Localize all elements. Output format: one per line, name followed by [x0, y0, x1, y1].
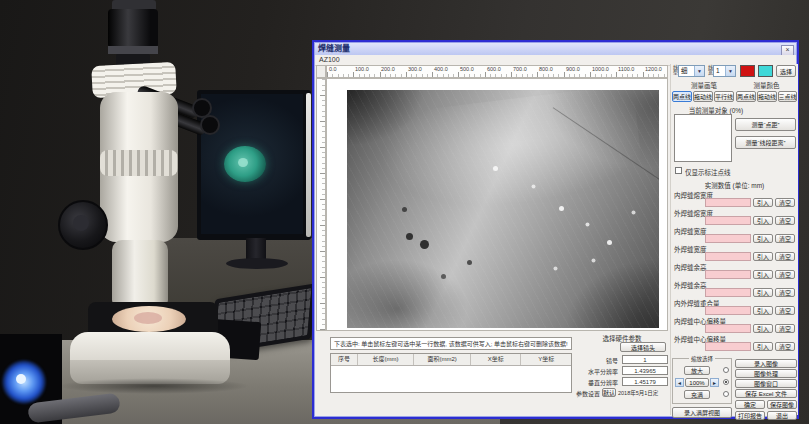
hw-row-vres: 垂直分辨率 1.45179 [576, 377, 668, 386]
col-y: Y坐标 [521, 354, 571, 365]
specimen-highlight [238, 158, 248, 167]
row-3-enter-button[interactable]: 引入 [753, 252, 773, 261]
color-section-label: 测量颜色 [735, 80, 798, 90]
param-label: 参数设置 [576, 389, 600, 398]
zoom-radio-3[interactable] [723, 391, 729, 397]
row-1-enter-button[interactable]: 引入 [753, 216, 773, 225]
microscope-lower-column [112, 240, 168, 310]
mode-parallel-line-button[interactable]: 平行线 [714, 91, 734, 102]
row-1-clear-button[interactable]: 清空 [775, 216, 795, 225]
line-type-value: 细 [679, 66, 694, 76]
vertical-ruler [316, 78, 326, 331]
ruler-label: 300.0 [408, 66, 422, 72]
col-area: 面积(mm2) [414, 354, 471, 365]
row-6-clear-button[interactable]: 清空 [775, 306, 795, 315]
save-image-button[interactable]: 保存图像 [767, 400, 797, 409]
row-7-clear-button[interactable]: 清空 [775, 324, 795, 333]
measurement-table[interactable]: 序号 长度(mm) 面积(mm2) X坐标 Y坐标 [330, 353, 572, 393]
spin-right-icon[interactable]: ► [710, 378, 719, 387]
line-type-select[interactable]: 细 ▼ [678, 65, 705, 77]
ruler-corner-box [316, 65, 326, 78]
mode-drag-line-button[interactable]: 拖动线 [693, 91, 713, 102]
ruler-label: 800.0 [539, 66, 553, 72]
row-2-clear-button[interactable]: 清空 [775, 234, 795, 243]
zoom-percent-value: 100% [685, 378, 709, 387]
field-row-8-input[interactable] [705, 342, 751, 351]
chevron-down-icon[interactable]: ▼ [725, 66, 735, 76]
field-row-2-input[interactable] [705, 234, 751, 243]
row-3-clear-button[interactable]: 清空 [775, 252, 795, 261]
mode2-three-point-line-button[interactable]: 三点线 [778, 91, 797, 102]
row-0-clear-button[interactable]: 清空 [775, 198, 795, 207]
row-4-clear-button[interactable]: 清空 [775, 270, 795, 279]
ruler-label: 1000.0 [592, 66, 609, 72]
title-bar[interactable]: 焊缝测量 × [315, 43, 796, 55]
row-label-2: 内焊缝宽度 [674, 226, 707, 236]
mode2-two-point-line-button[interactable]: 两点线 [736, 91, 756, 102]
row-label-5: 外焊缝余高 [674, 280, 707, 290]
zoom-radio-2[interactable] [723, 379, 729, 385]
table-header-row: 序号 长度(mm) 面积(mm2) X坐标 Y坐标 [331, 354, 571, 366]
row-label-4: 内焊缝余高 [674, 262, 707, 272]
row-7-enter-button[interactable]: 引入 [753, 324, 773, 333]
table-hint-text: 下表选中: 单击鼠标左键可选中某一行数据, 该数据可供写入; 单击鼠标右键可删除… [330, 337, 572, 350]
field-row-5-input[interactable] [705, 288, 751, 297]
row-2-enter-button[interactable]: 引入 [753, 234, 773, 243]
line-width-value: 1 [714, 66, 725, 76]
field-row-6-input[interactable] [705, 306, 751, 315]
measurement-object-listbox[interactable] [674, 114, 732, 162]
confirm-button[interactable]: 确定 [735, 400, 765, 409]
row-8-enter-button[interactable]: 引入 [753, 342, 773, 351]
field-row-0-input[interactable] [705, 198, 751, 207]
save-excel-button[interactable]: 保存 Excel 文件 [735, 389, 797, 398]
measure-point-distance-button[interactable]: 测量“点距” [735, 118, 796, 131]
ruler-label: 500.0 [460, 66, 474, 72]
exit-button[interactable]: 退出 [767, 411, 797, 420]
field-row-4-input[interactable] [705, 270, 751, 279]
zoom-in-button[interactable]: 放大 [684, 366, 710, 375]
blue-led [16, 374, 26, 384]
row-0-enter-button[interactable]: 引入 [753, 198, 773, 207]
row-6-enter-button[interactable]: 引入 [753, 306, 773, 315]
row-4-enter-button[interactable]: 引入 [753, 270, 773, 279]
lens-number-value[interactable]: 1 [622, 355, 668, 364]
ruler-label: 200.0 [381, 66, 395, 72]
color-swatch-red[interactable] [740, 65, 755, 77]
chevron-down-icon[interactable]: ▼ [694, 66, 704, 76]
zoom-radio-1[interactable] [723, 367, 729, 373]
col-length: 长度(mm) [358, 354, 415, 365]
pen-section-label: 测量画笔 [671, 80, 737, 90]
field-row-1-input[interactable] [705, 216, 751, 225]
fullscreen-view-button[interactable]: 录入满屏视图 [672, 407, 732, 418]
field-row-7-input[interactable] [705, 324, 751, 333]
field-row-3-input[interactable] [705, 252, 751, 261]
camera-adapter-ring [108, 46, 158, 54]
only-show-label: 仅显示标注点线 [685, 167, 731, 177]
only-show-checkbox[interactable] [675, 167, 682, 174]
monitor-base [226, 258, 288, 269]
ruler-label: 400.0 [434, 66, 448, 72]
ruler-label: 900.0 [566, 66, 580, 72]
color-swatch-cyan[interactable] [758, 65, 773, 77]
line-width-select[interactable]: 1 ▼ [713, 65, 736, 77]
row-8-clear-button[interactable]: 清空 [775, 342, 795, 351]
zoom-fit-button[interactable]: 充满 [684, 390, 710, 399]
select-lens-button[interactable]: 选择镜头 [620, 342, 666, 352]
print-report-button[interactable]: 打印报告 [735, 411, 765, 420]
choose-color-button[interactable]: 选择 [776, 65, 796, 77]
param-default-button[interactable]: 默认 [602, 388, 616, 397]
v-resolution-value[interactable]: 1.45179 [622, 377, 668, 386]
image-window-button[interactable]: 图像窗口 [735, 379, 797, 388]
row-5-enter-button[interactable]: 引入 [753, 288, 773, 297]
window-title: 焊缝测量 [318, 43, 350, 55]
measure-segment-distance-button[interactable]: 测量“线段距离” [735, 136, 796, 149]
image-process-button[interactable]: 图像处理 [735, 369, 797, 378]
h-resolution-value[interactable]: 1.43965 [622, 366, 668, 375]
mode-two-point-line-button[interactable]: 两点线 [672, 91, 692, 102]
mode2-drag-line-button[interactable]: 拖动线 [757, 91, 777, 102]
row-5-clear-button[interactable]: 清空 [775, 288, 795, 297]
load-image-button[interactable]: 录入图像 [735, 359, 797, 368]
spin-left-icon[interactable]: ◄ [675, 378, 684, 387]
weld-seam-image[interactable] [347, 90, 659, 328]
zoom-group: 缩放选择 放大 ◄ 100% ► 充满 [672, 358, 732, 404]
